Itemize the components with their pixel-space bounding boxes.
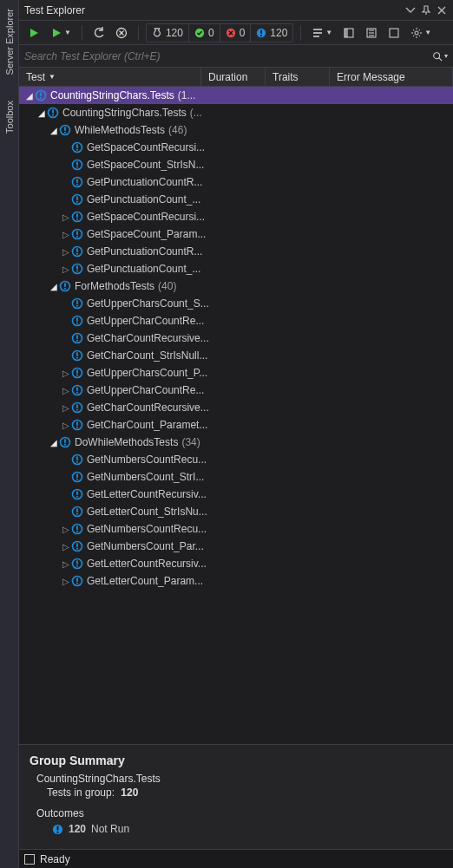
tree-row-label: GetSpaceCount_Param... (87, 228, 206, 240)
expand-icon[interactable]: ▷ (61, 230, 71, 239)
tree-row[interactable]: ▷GetSpaceCountRecursi... (19, 139, 453, 156)
expand-icon[interactable]: ▷ (61, 212, 71, 222)
svg-rect-71 (76, 427, 78, 428)
notrun-icon (71, 488, 83, 500)
tree-row[interactable]: ▷GetPunctuationCountR... (19, 173, 453, 191)
playlist-button[interactable]: ▼ (308, 23, 336, 42)
window-menu-icon[interactable] (404, 4, 417, 16)
collapse-icon[interactable]: ◢ (49, 126, 59, 135)
run-button[interactable]: ▼ (47, 23, 75, 42)
collapse-icon[interactable]: ◢ (36, 108, 47, 118)
pin-icon[interactable] (420, 4, 432, 16)
tree-row-label: CountingStringChars.Tests (62, 107, 187, 119)
counter-total[interactable]: 120 (147, 24, 189, 42)
tree-row[interactable]: ▷GetSpaceCount_Param... (19, 225, 453, 243)
close-icon[interactable] (436, 4, 448, 16)
tree-row[interactable]: ▷GetSpaceCount_StrIsN... (19, 156, 453, 173)
tree-row[interactable]: ▷GetCharCountRecursive... (19, 330, 453, 347)
side-tab-toolbox[interactable]: Toolbox (3, 95, 16, 139)
collapse-icon[interactable]: ◢ (49, 282, 59, 291)
tree-row[interactable]: ◢DoWhileMethodsTests (34) (19, 434, 453, 451)
notrun-icon (71, 367, 83, 379)
svg-rect-89 (76, 531, 78, 532)
expand-icon[interactable]: ▷ (61, 525, 71, 534)
layout-button-2[interactable] (362, 23, 381, 42)
column-error[interactable]: Error Message (330, 68, 453, 86)
svg-rect-31 (76, 196, 78, 199)
tree-row[interactable]: ◢ForMethodsTests (40) (19, 277, 453, 295)
side-tab-server-explorer[interactable]: Server Explorer (3, 3, 16, 80)
search-input[interactable] (24, 50, 432, 62)
notrun-icon (71, 176, 83, 188)
tree-row[interactable]: ▷GetSpaceCountRecursi... (19, 208, 453, 225)
collapse-icon[interactable]: ◢ (49, 438, 59, 447)
notrun-icon (71, 315, 83, 327)
tree-row[interactable]: ▷GetPunctuationCountR... (19, 243, 453, 260)
tree-row[interactable]: ▷GetLetterCountRecursiv... (19, 486, 453, 503)
column-test[interactable]: Test▼ (19, 68, 201, 86)
expand-icon[interactable]: ▷ (61, 542, 71, 551)
expand-icon[interactable]: ▷ (61, 386, 71, 395)
layout-button-3[interactable] (384, 23, 404, 42)
svg-point-11 (434, 52, 440, 58)
expand-icon[interactable]: ▷ (61, 403, 71, 413)
tree-row[interactable]: ▷GetPunctuationCount_... (19, 191, 453, 208)
notrun-icon (71, 523, 83, 535)
tree-row-label: GetCharCount_Paramet... (87, 419, 207, 431)
tree-row[interactable]: ▷GetNumbersCount_StrI... (19, 468, 453, 486)
cancel-button[interactable] (112, 23, 131, 42)
tree-row[interactable]: ▷GetLetterCount_StrIsNu... (19, 503, 453, 520)
side-tab-rail: Server Explorer Toolbox (0, 0, 19, 868)
tree-row-label: GetPunctuationCountR... (87, 245, 202, 258)
tree-row[interactable]: ▷GetNumbersCountRecu... (19, 520, 453, 538)
notrun-icon (71, 263, 83, 275)
svg-rect-5 (260, 35, 262, 36)
expand-icon[interactable]: ▷ (61, 577, 71, 586)
counter-pass-value: 0 (208, 27, 214, 39)
tree-row[interactable]: ▷GetLetterCountRecursiv... (19, 555, 453, 572)
expand-icon[interactable]: ▷ (61, 369, 71, 378)
tree-row[interactable]: ▷GetCharCount_StrIsNull... (19, 347, 453, 364)
column-traits[interactable]: Traits (266, 68, 330, 86)
tree-row-label: GetPunctuationCount_... (87, 263, 200, 275)
svg-rect-92 (76, 548, 78, 550)
search-icon[interactable]: ▾ (432, 50, 448, 62)
tree-row[interactable]: ▷GetUpperCharsCount_P... (19, 364, 453, 382)
tree-row-label: GetSpaceCountRecursi... (87, 211, 205, 223)
svg-rect-65 (76, 392, 78, 394)
tree-row[interactable]: ◢WhileMethodsTests (46) (19, 121, 453, 139)
test-tree[interactable]: ◢CountingStringChars.Tests (1...◢Countin… (19, 87, 453, 744)
counter-notrun[interactable]: 120 (251, 24, 292, 42)
counter-fail[interactable]: 0 (220, 24, 252, 42)
tree-row[interactable]: ▷GetLetterCount_Param... (19, 572, 453, 590)
expand-icon[interactable]: ▷ (61, 559, 71, 569)
expand-icon[interactable]: ▷ (61, 264, 71, 274)
tree-row[interactable]: ▷GetNumbersCount_Par... (19, 538, 453, 555)
tree-row[interactable]: ◢CountingStringChars.Tests (1... (19, 87, 453, 104)
tree-row[interactable]: ▷GetUpperCharsCount_S... (19, 295, 453, 312)
repeat-button[interactable] (89, 23, 108, 42)
svg-rect-64 (76, 387, 78, 390)
run-all-button[interactable] (24, 23, 43, 42)
layout-button-1[interactable] (339, 23, 358, 42)
column-duration[interactable]: Duration (201, 68, 266, 86)
tree-row[interactable]: ▷GetCharCount_Paramet... (19, 416, 453, 434)
summary-heading: Group Summary (30, 754, 443, 767)
collapse-icon[interactable]: ◢ (24, 91, 35, 101)
tree-row[interactable]: ▷GetUpperCharCountRe... (19, 312, 453, 330)
counter-pass[interactable]: 0 (189, 24, 220, 42)
tree-row[interactable]: ▷GetNumbersCountRecu... (19, 451, 453, 468)
group-summary: Group Summary CountingStringChars.Tests … (19, 744, 453, 849)
tree-row[interactable]: ▷GetUpperCharCountRe... (19, 382, 453, 399)
tree-row-label: CountingStringChars.Tests (50, 89, 174, 101)
svg-rect-74 (64, 444, 66, 446)
settings-button[interactable]: ▼ (407, 23, 435, 42)
svg-rect-34 (76, 213, 78, 217)
expand-icon[interactable]: ▷ (61, 247, 71, 257)
notrun-icon (71, 245, 83, 258)
tree-row[interactable]: ◢CountingStringChars.Tests (... (19, 104, 453, 121)
svg-rect-41 (76, 253, 78, 255)
tree-row[interactable]: ▷GetCharCountRecursive... (19, 399, 453, 416)
tree-row[interactable]: ▷GetPunctuationCount_... (19, 260, 453, 277)
expand-icon[interactable]: ▷ (61, 421, 71, 430)
